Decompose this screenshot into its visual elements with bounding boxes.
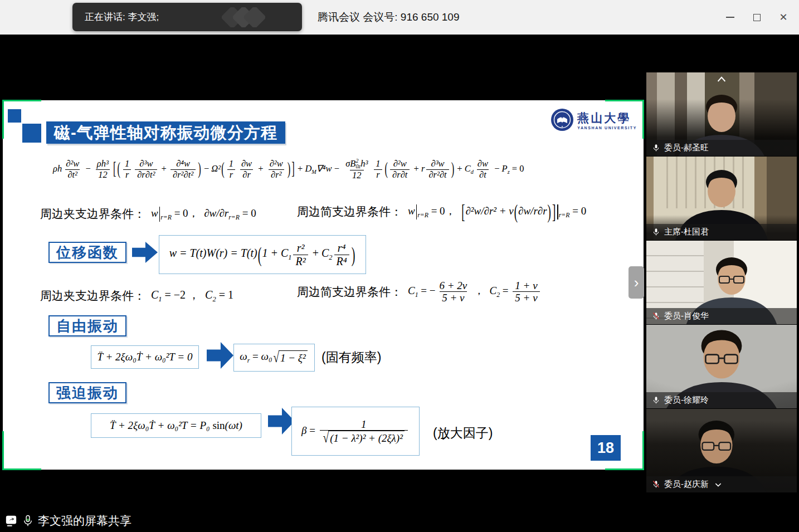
university-name-en: YANSHAN UNIVERSITY: [577, 126, 637, 130]
university-seal-icon: [550, 108, 574, 131]
university-name-cn: 燕山大學: [577, 110, 637, 126]
slide-title: 磁-气弹性轴对称振动微分方程: [46, 121, 285, 144]
clamped-bc-label: 周边夹支边界条件：: [40, 206, 145, 222]
mic-status-icon: [652, 144, 660, 152]
tencent-meeting-window: 正在讲话: 李文强; 腾讯会议 会议号: 916 650 109 ✕ 磁-气弹性…: [0, 0, 799, 532]
collapse-videos-button[interactable]: [715, 75, 728, 86]
mic-status-icon: [652, 312, 660, 320]
maximize-button[interactable]: [743, 0, 770, 35]
free-vibration-label: 自由振动: [48, 315, 126, 336]
simply-supported-boundary-condition: 周边简支边界条件： wr=R = 0， [∂²w/∂r² + ν(∂w/r∂r)…: [297, 204, 586, 219]
forced-vibration-equation: T̈ + 2ξω₀Ṫ + ω₀²T = P₀ sin(ωt): [91, 413, 261, 438]
right-arrow-icon: [207, 342, 233, 369]
simply-supported-bc-coefficients: 周边简支边界条件： C1 = −6 + 2ν5 + ν ， C2 = 1 + ν…: [297, 280, 542, 304]
main-differential-equation: ρh∂²w∂t² − ρh³12[(1r∂³w∂r∂t² + ∂⁴w∂r²∂t²…: [53, 147, 621, 192]
window-titlebar: 正在讲话: 李文强; 腾讯会议 会议号: 916 650 109 ✕: [0, 0, 799, 35]
mic-status-icon: [652, 480, 660, 489]
slide-page-number: 18: [591, 435, 621, 461]
participant-name: 委员-赵庆新: [664, 479, 709, 490]
right-arrow-icon: [268, 408, 295, 435]
share-status-text: 李文强的屏幕共享: [38, 513, 131, 529]
share-corner-marker: [2, 431, 41, 470]
minimize-button[interactable]: [717, 0, 743, 35]
amplification-factor-note: (放大因子): [433, 424, 493, 442]
clamped-bc-label: 周边夹支边界条件：: [40, 288, 145, 304]
screen-share-icon: [4, 515, 18, 527]
participant-name: 委员-徐耀玲: [664, 395, 709, 406]
meeting-title: 腾讯会议 会议号: 916 650 109: [318, 0, 460, 35]
university-logo: 燕山大學 YANSHAN UNIVERSITY: [550, 108, 637, 131]
window-controls: ✕: [717, 0, 797, 35]
participant-name: 主席-杜国君: [664, 227, 709, 237]
participant-video-tile[interactable]: 委员-郝圣旺: [646, 72, 797, 156]
participant-name: 委员-肖俊华: [664, 311, 709, 321]
participant-video-tile[interactable]: 委员-肖俊华: [646, 241, 797, 324]
simply-bc-label: 周边简支边界条件：: [297, 204, 402, 219]
close-button[interactable]: ✕: [770, 0, 797, 35]
speaking-banner-text: 正在讲话: 李文强;: [85, 11, 159, 23]
participant-namebar: 委员-赵庆新: [646, 476, 797, 492]
participant-namebar: 主席-杜国君: [646, 224, 797, 240]
forced-vibration-label: 强迫振动: [48, 382, 126, 403]
video-sidebar: 委员-郝圣旺: [646, 72, 797, 493]
meeting-logo-watermark-icon: [222, 7, 273, 27]
participant-name: 委员-郝圣旺: [664, 143, 709, 153]
share-statusbar: 李文强的屏幕共享: [4, 511, 131, 530]
natural-frequency-equation: ωr = ω₀√1 − ξ²: [233, 344, 315, 372]
chevron-down-icon[interactable]: [714, 480, 723, 489]
video-page-next-button[interactable]: ›: [629, 266, 644, 299]
displacement-function-label: 位移函数: [48, 242, 126, 263]
clamped-boundary-condition: 周边夹支边界条件： wr=R = 0， ∂w/∂rr=R = 0: [40, 206, 256, 222]
amplification-factor-equation: β = 1√(1 − λ²)² + (2ξλ)²: [291, 407, 420, 456]
free-vibration-equation: T̈ + 2ξω₀Ṫ + ω₀²T = 0: [91, 345, 199, 369]
displacement-function-equation: w = T(t)W(r) = T(t)(1 + C1r²R² + C2r⁴R⁴): [159, 235, 366, 274]
mic-status-icon: [652, 396, 660, 404]
participant-namebar: 委员-肖俊华: [646, 308, 797, 324]
participant-video-tile[interactable]: 委员-徐耀玲: [646, 325, 797, 408]
participant-video-tile[interactable]: 委员-赵庆新: [646, 409, 797, 492]
speaking-banner: 正在讲话: 李文强;: [72, 3, 302, 31]
participant-video-tile[interactable]: 主席-杜国君: [646, 157, 797, 240]
chevron-up-icon: [715, 75, 728, 84]
participant-namebar: 委员-郝圣旺: [646, 140, 797, 156]
participant-namebar: 委员-徐耀玲: [646, 392, 797, 408]
mic-status-icon: [652, 228, 660, 236]
meeting-stage: 磁-气弹性轴对称振动微分方程 燕山大學 YANSHAN UNIVERSITY ρ…: [0, 35, 799, 532]
clamped-bc-coefficients: 周边夹支边界条件： C1 = −2 ， C2 = 1: [40, 287, 233, 304]
right-arrow-icon: [132, 242, 158, 263]
decor-square: [8, 109, 21, 123]
mic-active-icon: [22, 515, 33, 527]
simply-bc-label: 周边简支边界条件：: [297, 284, 402, 300]
natural-frequency-note: (固有频率): [321, 349, 381, 366]
presentation-slide: 磁-气弹性轴对称振动微分方程 燕山大學 YANSHAN UNIVERSITY ρ…: [3, 100, 644, 470]
decor-square: [22, 124, 41, 143]
